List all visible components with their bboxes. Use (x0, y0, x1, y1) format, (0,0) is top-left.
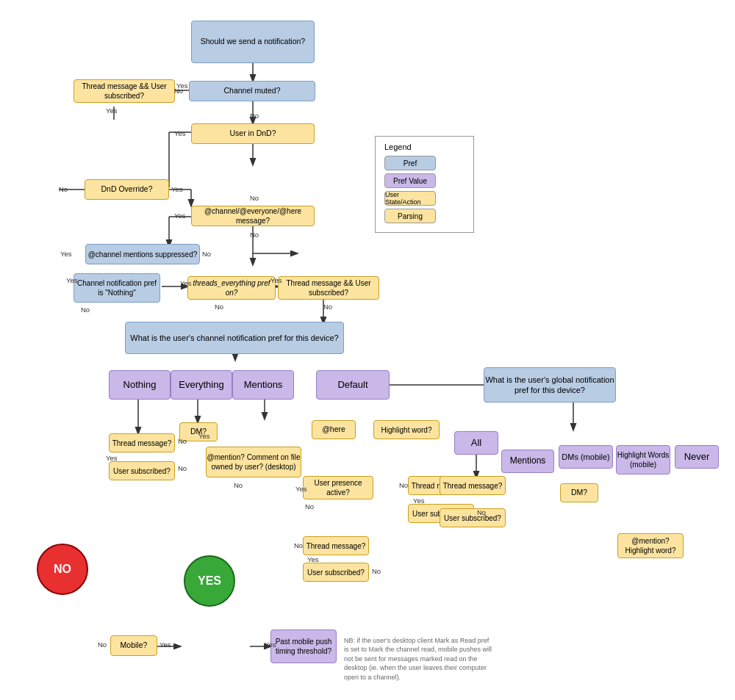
no-circle-label: NO (54, 562, 71, 577)
no-label-thread-q2: No (294, 541, 303, 549)
no-label-everyone-down: No (250, 231, 259, 239)
yes-label-dm-q1: Yes (198, 432, 210, 440)
channel-notif-nothing-node: Channel notification pref is "Nothing" (74, 273, 160, 303)
legend-title: Legend (384, 142, 465, 151)
global-notif-pref-node: What is the user's global notification p… (484, 367, 616, 403)
yes-label-past: Yes (265, 641, 276, 649)
past-mobile-push-label: Past mobile push timing threshold? (271, 637, 336, 656)
start-label: Should we send a notification? (201, 37, 305, 47)
legend-item-pref: Pref (384, 156, 465, 170)
channel-mentions-suppressed-node: @channel mentions suppressed? (85, 244, 200, 264)
nothing-label: Nothing (123, 379, 157, 392)
yes-label-nothing: Yes (66, 276, 78, 284)
yes-label-presence: Yes (295, 485, 307, 493)
yes-circle-label: YES (198, 574, 221, 589)
athere-label: @here (322, 425, 345, 435)
user-dnd-node: User in DnD? (191, 123, 315, 144)
channel-muted-node: Channel muted? (189, 81, 315, 101)
yes-circle-node: YES (184, 555, 235, 607)
dnd-override-label: DnD Override? (101, 184, 152, 195)
atmention-comment-label: @mention? Comment on file owned by user?… (207, 452, 301, 472)
thread-msg-q1-label: Thread message? (112, 439, 172, 448)
no-label-thread-q1: No (178, 437, 187, 445)
default-node: Default (316, 370, 390, 400)
thread-msg-q1-node: Thread message? (109, 433, 175, 452)
diagram-container: Legend Pref Pref Value User State/Action… (0, 0, 735, 700)
no-label-usersubq3: No (477, 508, 486, 516)
no-label-channel: No (250, 112, 259, 120)
start-node: Should we send a notification? (191, 21, 315, 63)
nb-text-node: NB: if the user's desktop client Mark as… (343, 629, 497, 688)
athere-node: @here (312, 420, 356, 439)
dms-mobile-label: DMs (mobile) (562, 452, 609, 462)
no-label-usersubq1: No (178, 464, 187, 472)
user-subscribed-q2-node: User subscribed? (303, 563, 369, 582)
thread-msg-q4-node: Thread message? (440, 476, 506, 495)
user-subscribed-q4-node: User subscribed? (440, 508, 506, 527)
legend-color-pref: Pref (384, 156, 436, 170)
atmention-highlight-label: @mention? Highlight word? (618, 536, 683, 555)
highlight-words-mobile-node: Highlight Words (mobile) (616, 445, 670, 475)
channel-notif-nothing-label: Channel notification pref is "Nothing" (74, 278, 159, 297)
mentions-node: Mentions (232, 370, 294, 400)
yes-label-dndoverride: Yes (171, 185, 183, 193)
dm-q2-node: DM? (560, 483, 598, 502)
channel-notif-pref-node: What is the user's channel notification … (125, 322, 344, 354)
yes-label-thread-q3: Yes (413, 497, 425, 505)
everything-node: Everything (171, 370, 232, 400)
legend-item-userstate: User State/Action (384, 191, 465, 206)
yes-label-thread-q2: Yes (307, 555, 319, 563)
user-subscribed-q1-node: User subscribed? (109, 461, 175, 480)
user-presence-node: User presence active? (303, 476, 373, 499)
yes-label-thread2: Yes (270, 276, 282, 284)
no-label-mobile: No (98, 641, 107, 649)
highlight-word-q1-label: Highlight word? (381, 425, 432, 435)
yes-label-thread: Yes (106, 107, 118, 115)
legend-item-prefvalue: Pref Value (384, 173, 465, 188)
legend-color-parsing: Parsing (384, 209, 436, 223)
no-circle-node: NO (37, 544, 88, 595)
thread-msg-subscribed-1-label: Thread message && User subscribed? (74, 82, 174, 101)
global-notif-pref-label: What is the user's global notification p… (484, 375, 615, 396)
legend-box: Legend Pref Pref Value User State/Action… (375, 136, 474, 233)
never-label: Never (684, 451, 710, 463)
atmention-comment-node: @mention? Comment on file owned by user?… (206, 447, 301, 477)
thread-msg-subscribed-2-label: Thread message && User subscribed? (279, 278, 379, 297)
thread-msg-q2-label: Thread message? (306, 541, 366, 551)
channel-everyone-node: @channel/@everyone/@here message? (191, 206, 315, 226)
never-node: Never (675, 445, 719, 469)
atmention-highlight-node: @mention? Highlight word? (617, 533, 684, 558)
user-subscribed-q2-label: User subscribed? (307, 568, 365, 577)
yes-label-suppressed: Yes (60, 250, 72, 258)
mobile-q-label: Mobile? (121, 641, 148, 651)
threads-everything-label: threads_everything pref on? (188, 278, 275, 297)
everything-label: Everything (179, 379, 223, 392)
thread-msg-subscribed-2-node: Thread message && User subscribed? (278, 276, 379, 300)
flowchart-lines (0, 0, 735, 700)
user-subscribed-q1-label: User subscribed? (113, 466, 171, 476)
mentions-global-node: Mentions (501, 450, 554, 473)
yes-label-threads: Yes (180, 279, 192, 287)
channel-mentions-suppressed-label: @channel mentions suppressed? (88, 250, 198, 259)
no-label-dndoverride-down: No (250, 194, 259, 202)
no-label-dnd: No (59, 185, 68, 193)
nb-text-label: NB: if the user's desktop client Mark as… (344, 636, 495, 682)
legend-color-prefvalue: Pref Value (384, 173, 436, 188)
dms-mobile-node: DMs (mobile) (559, 445, 613, 469)
yes-label-everyone: Yes (174, 212, 186, 220)
highlight-word-q1-node: Highlight word? (373, 420, 440, 439)
user-dnd-label: User in DnD? (229, 129, 276, 139)
dm-q2-label: DM? (571, 488, 587, 498)
no-label-usersubq2: No (372, 567, 381, 575)
default-label: Default (337, 379, 368, 392)
yes-label-usersubq1: Yes (106, 454, 118, 462)
yes-label-mobile: Yes (159, 641, 171, 649)
thread-msg-q2-node: Thread message? (303, 536, 369, 555)
channel-notif-pref-label: What is the user's channel notification … (130, 333, 338, 343)
mentions-label: Mentions (244, 379, 283, 392)
no-label-nothing: No (81, 306, 90, 314)
threads-everything-node: threads_everything pref on? (187, 276, 276, 300)
past-mobile-push-node: Past mobile push timing threshold? (270, 629, 337, 663)
no-label-atmention: No (234, 481, 243, 489)
all-node: All (454, 431, 498, 455)
